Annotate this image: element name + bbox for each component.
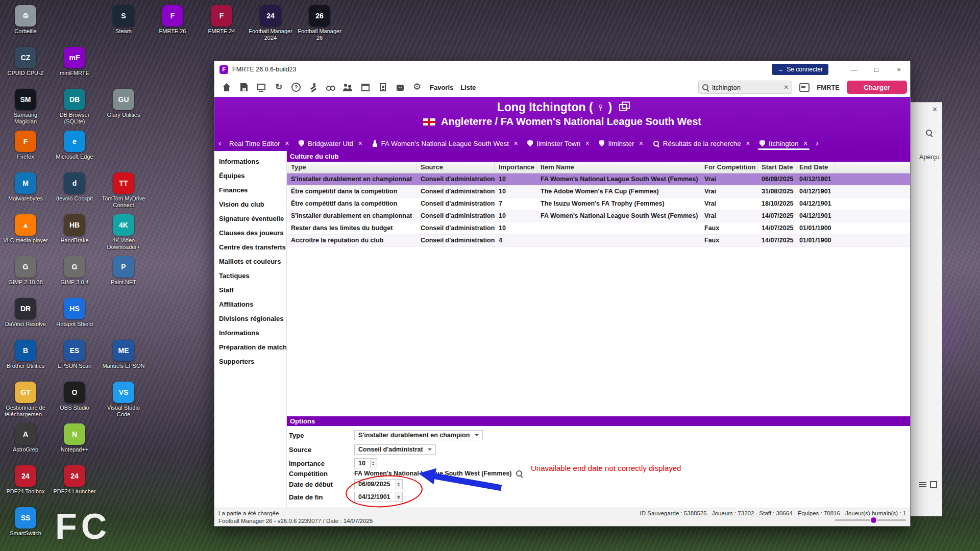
desktop-icon[interactable]: DB DB Browser (SQLite) — [50, 89, 99, 131]
sidebar-item[interactable]: Centre des transferts — [214, 240, 286, 255]
sidebar-item[interactable]: Préparation de match — [214, 340, 286, 355]
type-select[interactable]: S'installer durablement en championnat — [354, 430, 483, 440]
message-icon[interactable] — [799, 83, 810, 92]
tab[interactable]: Itchington ✕ — [755, 136, 813, 151]
sidebar-item[interactable]: Informations — [214, 326, 286, 340]
table-row[interactable]: Accroître la réputation du club Conseil … — [287, 235, 910, 247]
sidebar-item[interactable]: Supporters — [214, 355, 286, 369]
favoris-menu[interactable]: Favoris — [430, 84, 453, 91]
tab-prev-icon[interactable]: ‹ — [215, 136, 225, 151]
sidebar-item[interactable]: Clauses des joueurs — [214, 226, 286, 240]
column-header[interactable]: End Date — [795, 162, 835, 173]
tab-close-icon[interactable]: ✕ — [585, 140, 590, 147]
refresh-icon[interactable] — [274, 82, 284, 92]
monitor-icon[interactable] — [256, 82, 266, 92]
tab-close-icon[interactable]: ✕ — [358, 140, 362, 147]
sidebar-item[interactable]: Tactiques — [214, 269, 286, 283]
column-header[interactable]: Importance — [495, 162, 536, 173]
charger-button[interactable]: Charger — [847, 81, 907, 94]
slider-knob[interactable] — [871, 517, 876, 523]
open-preview-icon[interactable] — [619, 104, 627, 111]
desktop-icon[interactable]: 24 PDF24 Launcher — [50, 465, 99, 507]
sidebar-item[interactable]: Staff — [214, 283, 286, 297]
sidebar-item[interactable]: Informations — [214, 155, 286, 169]
tab[interactable]: Ilminster ✕ — [594, 136, 648, 151]
desktop-icon[interactable]: ♲ Corbeille — [1, 5, 50, 47]
tab-close-icon[interactable]: ✕ — [513, 140, 518, 147]
desktop-icon[interactable]: ES EPSON Scan — [50, 340, 99, 382]
tab[interactable]: FA Women's National League South West ✕ — [368, 136, 523, 151]
desktop-icon[interactable]: d devolo Cockpit — [50, 172, 99, 214]
home-icon[interactable] — [222, 82, 232, 92]
source-select[interactable]: Conseil d'administration — [354, 444, 436, 455]
sidebar-item[interactable]: Équipes — [214, 169, 286, 183]
tab[interactable]: Résultats de la recherche ✕ — [648, 136, 755, 151]
desktop-icon[interactable]: GU Glary Utilities — [99, 89, 148, 131]
desktop-icon[interactable]: mF miniFMRTE — [50, 47, 99, 89]
help-icon[interactable] — [291, 82, 301, 92]
staff-search-icon[interactable] — [326, 82, 336, 92]
start-date-stepper[interactable] — [396, 479, 403, 489]
panel-search-icon[interactable] — [925, 129, 933, 137]
desktop-icon[interactable]: HB HandBrake — [50, 214, 99, 256]
desktop-icon[interactable]: ME Manuels EPSON — [99, 340, 148, 382]
tab-close-icon[interactable]: ✕ — [746, 140, 750, 147]
table-row[interactable]: S'installer durablement en championnat C… — [287, 210, 910, 222]
tab-next-icon[interactable]: › — [813, 136, 822, 151]
desktop-icon[interactable]: G GIMP 2.10.38 — [1, 256, 50, 298]
tab[interactable]: Real Time Editor ✕ — [225, 136, 294, 151]
tab[interactable]: Ilminster Town ✕ — [523, 136, 594, 151]
notes-icon[interactable] — [378, 82, 388, 92]
column-header[interactable]: Start Date — [757, 162, 795, 173]
table-row[interactable]: Rester dans les limites du budget Consei… — [287, 222, 910, 235]
save-icon[interactable] — [239, 82, 249, 92]
settings-gear-icon[interactable] — [412, 82, 423, 92]
importance-stepper[interactable] — [371, 458, 377, 468]
desktop-icon[interactable]: M Malwarebytes — [1, 172, 50, 214]
end-date-input[interactable]: 04/12/1901 — [354, 492, 396, 502]
desktop-icon[interactable]: e Microsoft Edge — [50, 131, 99, 172]
desktop-icon[interactable]: A AstroGrep — [1, 423, 50, 465]
table-row[interactable]: Être compétitif dans la compétition Cons… — [287, 186, 910, 198]
column-header[interactable]: Item Name — [536, 162, 700, 173]
desktop-icon[interactable]: 26 Football Manager 26 — [295, 5, 344, 47]
tab[interactable]: Bridgwater Utd ✕ — [294, 136, 368, 151]
competition-search-icon[interactable] — [516, 470, 523, 478]
desktop-icon[interactable]: F Firefox — [1, 131, 50, 172]
bot-icon[interactable] — [395, 82, 405, 92]
sidebar-item[interactable]: Finances — [214, 183, 286, 197]
calendar-icon[interactable] — [360, 82, 371, 92]
liste-menu[interactable]: Liste — [460, 84, 476, 91]
start-date-input[interactable]: 06/09/2025 — [354, 479, 396, 489]
close-button[interactable]: × — [888, 61, 910, 78]
column-header[interactable]: Source — [416, 162, 495, 173]
desktop-icon[interactable]: VS Visual Studio Code — [99, 382, 148, 423]
desktop-icon[interactable]: SM Samsung Magician — [1, 89, 50, 131]
clear-search-icon[interactable]: ✕ — [783, 84, 789, 91]
desktop-icon[interactable]: ▲ VLC media player — [1, 214, 50, 256]
end-date-stepper[interactable] — [396, 492, 403, 502]
sidebar-item[interactable]: Signature éventuelle — [214, 212, 286, 226]
desktop-icon[interactable]: B Brother Utilities — [1, 340, 50, 382]
desktop-icon[interactable]: TT TomTom MyDrive Connect — [99, 172, 148, 214]
desktop-icon[interactable]: F FMRTE 26 — [148, 5, 197, 47]
sidebar-item[interactable]: Maillots et couleurs — [214, 255, 286, 269]
desktop-icon[interactable]: P Paint.NET — [99, 256, 148, 298]
player-search-icon[interactable] — [308, 82, 318, 92]
sidebar-item[interactable]: Affiliations — [214, 297, 286, 312]
desktop-icon[interactable]: N Notepad++ — [50, 423, 99, 465]
desktop-icon[interactable]: 4K 4K Video Downloader+ — [99, 214, 148, 256]
tab-close-icon[interactable]: ✕ — [639, 140, 644, 147]
desktop-icon[interactable]: F FMRTE 24 — [197, 5, 246, 47]
desktop-icon[interactable]: 24 PDF24 Toolbox — [1, 465, 50, 507]
minimize-button[interactable]: — — [843, 61, 865, 78]
grid-view-icon[interactable] — [930, 481, 937, 488]
tab-close-icon[interactable]: ✕ — [803, 140, 808, 147]
desktop-icon[interactable]: O OBS Studio — [50, 382, 99, 423]
panel-close-icon[interactable]: ✕ — [932, 106, 938, 113]
search-input[interactable]: itchington ✕ — [698, 81, 792, 94]
sidebar-item[interactable]: Vision du club — [214, 197, 286, 212]
tab-close-icon[interactable]: ✕ — [285, 140, 289, 147]
table-row[interactable]: Être compétitif dans la compétition Cons… — [287, 198, 910, 210]
list-view-icon[interactable] — [919, 482, 926, 487]
